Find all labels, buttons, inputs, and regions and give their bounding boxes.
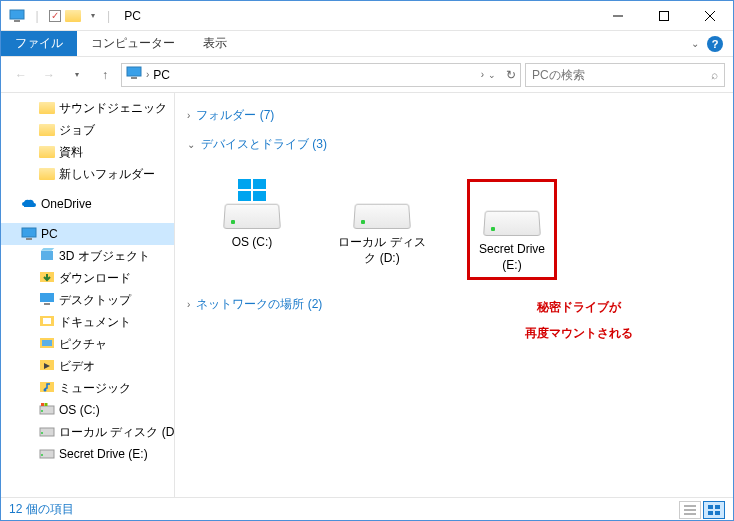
- sidebar-item-pc-child[interactable]: ダウンロード: [1, 267, 174, 289]
- folder-icon: [39, 124, 55, 136]
- sidebar-item-quick[interactable]: ジョブ: [1, 119, 174, 141]
- svg-point-22: [44, 388, 47, 391]
- sidebar-item-label: ジョブ: [59, 122, 95, 139]
- tab-computer[interactable]: コンピューター: [77, 31, 189, 56]
- sidebar-item-quick[interactable]: 新しいフォルダー: [1, 163, 174, 185]
- drives-row: OS (C:)ローカル ディスク (D:)Secret Drive (E:): [187, 159, 721, 290]
- content: サウンドジェニック ジョブ 資料 新しいフォルダー OneDrive PC 3D…: [1, 93, 733, 497]
- back-button[interactable]: ←: [9, 63, 33, 87]
- sidebar-item-label: OS (C:): [59, 403, 100, 417]
- svg-rect-41: [708, 511, 713, 515]
- view-toggle: [679, 501, 725, 519]
- sidebar-item-quick[interactable]: 資料: [1, 141, 174, 163]
- sidebar-item-pc-child[interactable]: Secret Drive (E:): [1, 443, 174, 465]
- svg-rect-33: [253, 179, 266, 189]
- sidebar-item-pc-child[interactable]: ピクチャ: [1, 333, 174, 355]
- close-button[interactable]: [687, 1, 733, 31]
- pc-icon: [21, 227, 37, 241]
- sidebar-item-label: ミュージック: [59, 380, 131, 397]
- help-icon[interactable]: ?: [707, 36, 723, 52]
- sidebar-item-pc-child[interactable]: OS (C:): [1, 399, 174, 421]
- sidebar-item-pc[interactable]: PC: [1, 223, 174, 245]
- maximize-button[interactable]: [641, 1, 687, 31]
- drive-item[interactable]: Secret Drive (E:): [467, 179, 557, 280]
- svg-rect-7: [131, 77, 137, 79]
- tab-view[interactable]: 表示: [189, 31, 241, 56]
- sidebar-item-label: ビデオ: [59, 358, 95, 375]
- svg-point-31: [41, 454, 43, 456]
- sidebar-item-label: Secret Drive (E:): [59, 447, 148, 461]
- minimize-button[interactable]: [595, 1, 641, 31]
- drive-label: ローカル ディスク (D:): [337, 235, 427, 266]
- sidebar-item-quick[interactable]: サウンドジェニック: [1, 97, 174, 119]
- drive-icon: [218, 179, 286, 229]
- sidebar-item-pc-child[interactable]: 3D オブジェクト: [1, 245, 174, 267]
- chevron-down-icon: ⌄: [187, 139, 195, 150]
- recent-dropdown[interactable]: ▾: [65, 63, 89, 87]
- group-label: フォルダー (7): [196, 107, 274, 124]
- sidebar: サウンドジェニック ジョブ 資料 新しいフォルダー OneDrive PC 3D…: [1, 93, 175, 497]
- sidebar-item-pc-child[interactable]: ローカル ディスク (D:): [1, 421, 174, 443]
- video-icon: [39, 358, 55, 375]
- sidebar-item-pc-child[interactable]: デスクトップ: [1, 289, 174, 311]
- svg-rect-8: [22, 228, 36, 237]
- addressbar[interactable]: › PC › ⌄ ↻: [121, 63, 521, 87]
- svg-rect-40: [715, 505, 720, 509]
- sidebar-item-label: PC: [41, 227, 58, 241]
- sidebar-item-onedrive[interactable]: OneDrive: [1, 193, 174, 215]
- drive-icon: [348, 179, 416, 229]
- drive-item[interactable]: ローカル ディスク (D:): [337, 179, 427, 280]
- navbar: ← → ▾ ↑ › PC › ⌄ ↻ ⌕: [1, 57, 733, 93]
- drive-win-icon: [39, 403, 55, 418]
- refresh-button[interactable]: ↻: [506, 68, 516, 82]
- addressbar-dropdown-icon[interactable]: ⌄: [488, 70, 496, 80]
- svg-rect-13: [40, 293, 54, 302]
- window-title: PC: [120, 9, 595, 23]
- drive-icon: [39, 447, 55, 462]
- svg-rect-34: [238, 191, 251, 201]
- folder-icon[interactable]: [65, 8, 81, 24]
- svg-rect-32: [238, 179, 251, 189]
- forward-button[interactable]: →: [37, 63, 61, 87]
- quick-access-toolbar: | ✓ ▾ |: [1, 8, 120, 24]
- up-button[interactable]: ↑: [93, 63, 117, 87]
- qat-divider: |: [107, 9, 110, 23]
- breadcrumb-location[interactable]: PC: [153, 68, 476, 82]
- sidebar-item-pc-child[interactable]: ドキュメント: [1, 311, 174, 333]
- sidebar-item-label: ピクチャ: [59, 336, 107, 353]
- breadcrumb-sep: ›: [481, 69, 484, 80]
- folder-icon: [39, 146, 55, 158]
- svg-rect-25: [45, 403, 48, 406]
- sidebar-item-pc-child[interactable]: ビデオ: [1, 355, 174, 377]
- checkbox-icon[interactable]: ✓: [49, 10, 61, 22]
- sidebar-item-label: 資料: [59, 144, 83, 161]
- tab-file[interactable]: ファイル: [1, 31, 77, 56]
- drive-item[interactable]: OS (C:): [207, 179, 297, 280]
- group-folders[interactable]: › フォルダー (7): [187, 101, 721, 130]
- drive-label: Secret Drive (E:): [474, 242, 550, 273]
- folder-icon: [39, 168, 55, 180]
- 3d-icon: [39, 248, 55, 265]
- item-count: 12 個の項目: [9, 501, 74, 518]
- annotation-text: 秘密ドライブが再度マウントされる: [525, 293, 633, 344]
- ribbon-expand-icon[interactable]: ⌄: [691, 38, 699, 49]
- ribbon-tabs: ファイル コンピューター 表示 ⌄ ?: [1, 31, 733, 57]
- group-drives[interactable]: ⌄ デバイスとドライブ (3): [187, 130, 721, 159]
- pc-icon: [9, 8, 25, 24]
- details-view-button[interactable]: [679, 501, 701, 519]
- search-icon[interactable]: ⌕: [711, 68, 718, 82]
- large-icons-view-button[interactable]: [703, 501, 725, 519]
- svg-rect-10: [41, 251, 53, 260]
- qat-dropdown-icon[interactable]: ▾: [85, 8, 101, 24]
- search-input[interactable]: [532, 68, 711, 82]
- group-network[interactable]: › ネットワークの場所 (2): [187, 290, 721, 319]
- sidebar-item-label: ローカル ディスク (D:): [59, 424, 174, 441]
- svg-rect-30: [40, 450, 54, 458]
- searchbox[interactable]: ⌕: [525, 63, 725, 87]
- music-icon: [39, 380, 55, 397]
- group-label: デバイスとドライブ (3): [201, 136, 327, 153]
- doc-icon: [39, 314, 55, 331]
- sidebar-item-label: OneDrive: [41, 197, 92, 211]
- sidebar-item-pc-child[interactable]: ミュージック: [1, 377, 174, 399]
- main-pane: › フォルダー (7) ⌄ デバイスとドライブ (3) OS (C:)ローカル …: [175, 93, 733, 497]
